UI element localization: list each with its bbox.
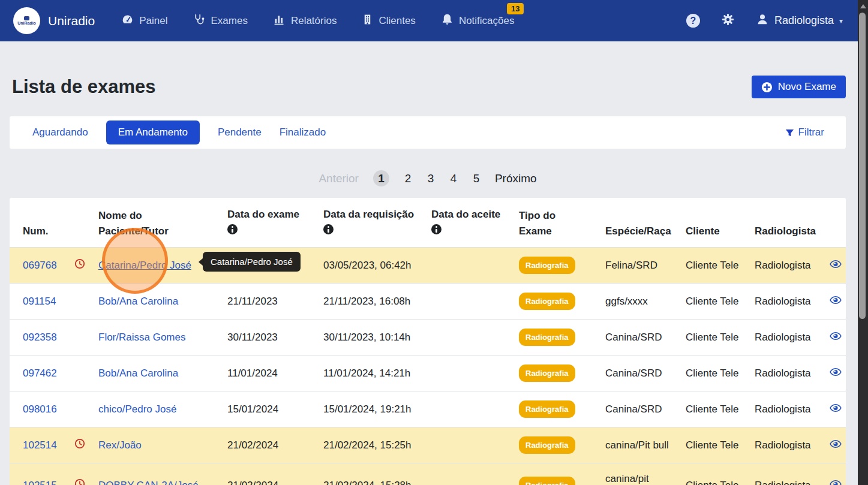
exam-type-badge: Radiografia xyxy=(519,364,575,382)
col-header-client: Cliente xyxy=(681,198,750,248)
col-header-num: Num. xyxy=(10,198,70,248)
accept-date-cell xyxy=(427,284,514,320)
exam-number-link[interactable]: 102515 xyxy=(23,480,57,485)
pagination-previous[interactable]: Anterior xyxy=(319,172,359,185)
radiologist-cell: Radiologista xyxy=(750,284,825,320)
exam-type-badge: Radiografia xyxy=(519,477,575,485)
patient-name-link[interactable]: Catarina/Pedro José xyxy=(98,260,191,271)
nav-item-label: Notificações xyxy=(459,15,515,27)
nav-item-label: Exames xyxy=(211,15,247,27)
request-date-cell: 21/02/2024, 15:25h xyxy=(319,427,427,463)
settings-button[interactable] xyxy=(721,13,735,29)
table-row: 102515 DOBBY-CAN-2A/José 21/02/2024 21/0… xyxy=(10,463,846,485)
user-icon xyxy=(756,13,769,29)
accept-date-cell xyxy=(427,391,514,427)
info-icon[interactable] xyxy=(227,224,238,234)
exam-number-link[interactable]: 102514 xyxy=(23,439,57,451)
nav-item-label: Relatórios xyxy=(291,15,337,27)
request-date-cell: 15/01/2024, 19:21h xyxy=(319,391,427,427)
nav-item-clientes[interactable]: Clientes xyxy=(362,13,415,29)
plus-circle-icon xyxy=(761,82,773,93)
exam-date-cell: 21/02/2024 xyxy=(223,427,319,463)
request-date-cell: 11/01/2024, 14:21h xyxy=(319,356,427,391)
view-exam-button[interactable] xyxy=(830,296,842,305)
radiologist-cell: Radiologista xyxy=(750,427,825,463)
exam-date-cell: 21/02/2024 xyxy=(223,463,319,485)
table-row: 091154 Bob/Ana Carolina 21/11/2023 21/11… xyxy=(10,284,846,320)
view-exam-button[interactable] xyxy=(830,480,842,485)
pagination-next[interactable]: Próximo xyxy=(495,172,537,185)
user-menu[interactable]: Radiologista ▾ xyxy=(756,13,843,29)
pagination-page-4[interactable]: 4 xyxy=(449,172,458,185)
pagination-page-3[interactable]: 3 xyxy=(427,172,435,185)
view-exam-button[interactable] xyxy=(830,439,842,448)
exam-number-link[interactable]: 097462 xyxy=(23,367,57,379)
species-cell: ggfs/xxxx xyxy=(605,296,648,307)
pagination-page-2[interactable]: 2 xyxy=(404,172,412,185)
patient-name-link[interactable]: Rex/João xyxy=(98,439,142,451)
status-tabs: Aguardando Em Andamento Pendente Finaliz… xyxy=(10,116,846,149)
nav-item-notificacoes[interactable]: Notificações 13 xyxy=(441,13,515,29)
pagination-page-1[interactable]: 1 xyxy=(373,170,389,186)
client-cell: Cliente Tele xyxy=(681,320,750,356)
help-icon: ? xyxy=(686,14,700,28)
view-exam-button[interactable] xyxy=(830,332,842,341)
nav-item-exames[interactable]: Exames xyxy=(193,13,247,29)
scrollbar-thumb[interactable] xyxy=(859,13,866,319)
patient-name-link[interactable]: Flor/Raissa Gomes xyxy=(98,332,185,343)
patient-name-link[interactable]: chico/Pedro José xyxy=(98,403,176,415)
request-date-cell: 30/11/2023, 10:14h xyxy=(319,320,427,356)
request-date-cell: 21/02/2024, 15:28h xyxy=(319,463,427,485)
table-row: 097462 Bob/Ana Carolina 11/01/2024 11/01… xyxy=(10,356,846,391)
nav-item-relatorios[interactable]: Relatórios xyxy=(273,13,337,29)
view-exam-button[interactable] xyxy=(830,403,842,412)
exam-number-link[interactable]: 091154 xyxy=(23,296,56,307)
info-icon[interactable] xyxy=(431,224,441,234)
col-header-species: Espécie/Raça xyxy=(600,198,681,248)
pagination-page-5[interactable]: 5 xyxy=(472,172,480,185)
info-icon[interactable] xyxy=(323,224,334,234)
scrollbar-up-button[interactable] xyxy=(858,0,868,12)
patient-name-link[interactable]: DOBBY-CAN-2A/José xyxy=(98,480,199,485)
tab-finalizado[interactable]: Finalizado xyxy=(280,121,326,144)
building-icon xyxy=(362,13,373,29)
exam-date-cell: 15/01/2024 xyxy=(223,391,319,427)
table-header-row: Num. Nome do Paciente/Tutor Data do exam… xyxy=(10,198,846,248)
nav-item-painel[interactable]: Painel xyxy=(121,13,167,29)
accept-date-cell xyxy=(427,356,514,391)
exam-number-link[interactable]: 092358 xyxy=(23,332,57,343)
view-exam-button[interactable] xyxy=(830,260,842,269)
brand[interactable]: UniRadio Uniradio xyxy=(13,7,95,34)
col-header-request-date: Data da requisição xyxy=(319,198,427,248)
pagination: Anterior 12345 Próximo xyxy=(10,170,846,186)
nav-items: Painel Exames Relatórios Clientes Notifi… xyxy=(121,13,514,29)
exam-type-badge: Radiografia xyxy=(519,293,575,310)
top-navbar: UniRadio Uniradio Painel Exames Relatóri… xyxy=(0,0,868,41)
brand-logo: UniRadio xyxy=(13,7,40,34)
brand-name: Uniradio xyxy=(48,14,95,28)
radiologist-cell: Radiologista xyxy=(750,356,825,391)
exam-type-badge: Radiografia xyxy=(519,257,575,274)
exam-number-link[interactable]: 098016 xyxy=(23,403,57,415)
logo-shield-icon xyxy=(24,16,29,20)
bell-icon xyxy=(441,13,453,29)
tab-aguardando[interactable]: Aguardando xyxy=(32,121,88,144)
nav-item-label: Clientes xyxy=(379,15,415,27)
main-content: Lista de exames Novo Exame Aguardando Em… xyxy=(10,41,846,485)
accept-date-cell xyxy=(427,427,514,463)
tab-em-andamento[interactable]: Em Andamento xyxy=(106,121,200,144)
patient-name-link[interactable]: Bob/Ana Carolina xyxy=(98,296,178,307)
scrollbar[interactable] xyxy=(858,0,868,485)
clock-alert-icon xyxy=(74,258,85,269)
help-button[interactable]: ? xyxy=(686,14,700,28)
filter-button[interactable]: Filtrar xyxy=(785,126,824,138)
table-row: 092358 Flor/Raissa Gomes 30/11/2023 30/1… xyxy=(10,320,846,356)
table-row: 098016 chico/Pedro José 15/01/2024 15/01… xyxy=(10,391,846,427)
new-exam-button[interactable]: Novo Exame xyxy=(752,76,846,98)
page-title: Lista de exames xyxy=(10,76,156,98)
patient-name-link[interactable]: Bob/Ana Carolina xyxy=(98,367,178,379)
exam-number-link[interactable]: 069768 xyxy=(23,260,57,271)
tab-pendente[interactable]: Pendente xyxy=(218,121,262,144)
view-exam-button[interactable] xyxy=(830,367,842,376)
client-cell: Cliente Tele xyxy=(681,391,750,427)
